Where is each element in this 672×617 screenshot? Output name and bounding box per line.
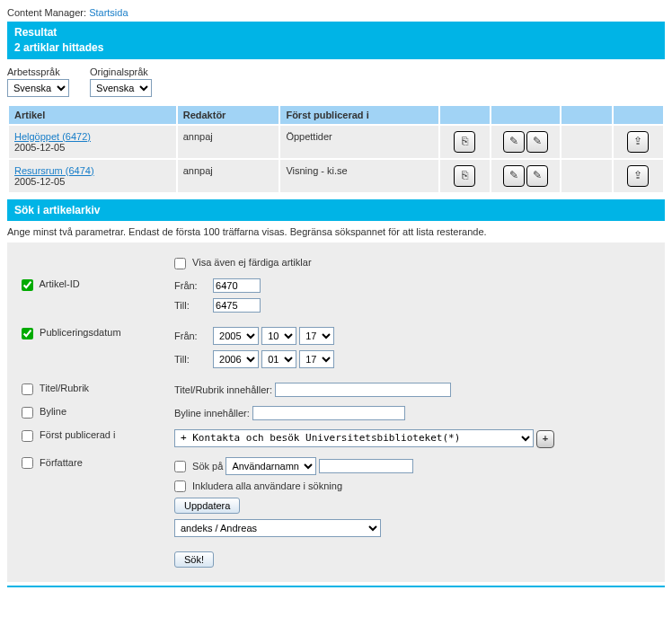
pubdate-to-year[interactable]: 2006: [213, 350, 259, 368]
to-label: Till:: [174, 354, 210, 365]
firstpub-checkbox[interactable]: [22, 430, 33, 442]
published-cell: Öppettider: [279, 125, 438, 159]
th-actions4: [613, 105, 664, 125]
search-header: Sök i artikelarkiv: [7, 199, 665, 222]
pubdate-from-year[interactable]: 2005: [213, 327, 259, 345]
pubdate-label: Publiceringsdatum: [40, 327, 121, 338]
pubdate-to-month[interactable]: 01: [261, 350, 296, 368]
byline-checkbox[interactable]: [22, 407, 33, 419]
pubdate-from-day[interactable]: 17: [299, 327, 334, 345]
export-icon[interactable]: ⇪: [627, 165, 649, 187]
copy-icon[interactable]: ⎘: [454, 131, 475, 153]
update-button[interactable]: Uppdatera: [174, 498, 240, 514]
search-form: Visa även ej färdiga artiklar Artikel-ID…: [7, 242, 665, 582]
edit2-icon[interactable]: ✎: [526, 165, 548, 187]
published-cell: Visning - ki.se: [279, 159, 438, 193]
th-actions1: [439, 105, 491, 125]
th-editor: Redaktör: [177, 105, 280, 125]
article-id-checkbox[interactable]: [22, 279, 33, 291]
work-lang-label: Arbetsspråk: [7, 66, 69, 77]
result-title: Resultat: [14, 25, 658, 40]
article-link[interactable]: Resursrum (6474): [14, 165, 94, 176]
pubdate-to-day[interactable]: 17: [299, 350, 334, 368]
pubdate-from-month[interactable]: 10: [261, 327, 296, 345]
title-input[interactable]: [275, 383, 451, 397]
article-link[interactable]: Helgöppet (6472): [14, 131, 91, 142]
instructions: Ange minst två parametrar. Endast de för…: [7, 221, 665, 242]
from-label: Från:: [174, 331, 210, 341]
to-label: Till:: [174, 300, 210, 311]
th-actions3: [561, 105, 612, 125]
result-subtitle: 2 artiklar hittades: [14, 40, 658, 56]
byline-label: Byline innehåller:: [174, 408, 250, 419]
orig-lang-label: Originalspråk: [90, 66, 152, 77]
article-id-from-input[interactable]: [213, 278, 261, 293]
th-published: Först publicerad i: [279, 105, 438, 125]
orig-lang-select[interactable]: Svenska: [90, 79, 152, 97]
breadcrumb-prefix: Content Manager:: [7, 7, 86, 18]
breadcrumb-link[interactable]: Startsida: [89, 7, 128, 18]
includeall-checkbox[interactable]: [174, 480, 186, 492]
th-article: Artikel: [8, 105, 177, 125]
searchon-input[interactable]: [319, 459, 413, 473]
searchon-checkbox[interactable]: [174, 461, 186, 472]
author-chk-label: Författare: [40, 457, 83, 468]
byline-input[interactable]: [252, 406, 405, 420]
export-icon[interactable]: ⇪: [627, 131, 649, 153]
show-unfinished-checkbox[interactable]: [174, 258, 186, 269]
article-id-label: Artikel-ID: [39, 278, 79, 289]
searchon-label: Sök på: [192, 461, 223, 472]
user-select[interactable]: andeks / Andreas: [174, 519, 381, 537]
article-date: 2005-12-05: [14, 176, 65, 187]
table-row: Helgöppet (6472) 2005-12-05 annpaj Öppet…: [8, 125, 664, 159]
firstpub-select[interactable]: + Kontakta och besök Universitetsbibliot…: [174, 429, 534, 447]
edit-icon[interactable]: ✎: [503, 131, 525, 153]
language-row: Arbetsspråk Svenska Originalspråk Svensk…: [7, 66, 665, 97]
plus-icon[interactable]: +: [536, 430, 554, 448]
includeall-label: Inkludera alla användare i sökning: [192, 480, 342, 491]
editor-cell: annpaj: [177, 125, 280, 159]
edit2-icon[interactable]: ✎: [526, 131, 548, 153]
results-table: Artikel Redaktör Först publicerad i Helg…: [7, 104, 665, 194]
th-actions2: [491, 105, 561, 125]
title-label: Titel/Rubrik innehåller:: [174, 384, 272, 395]
author-checkbox[interactable]: [22, 457, 33, 469]
pubdate-checkbox[interactable]: [22, 328, 33, 339]
title-checkbox[interactable]: [22, 383, 33, 395]
bottom-divider: [7, 586, 665, 587]
table-row: Resursrum (6474) 2005-12-05 annpaj Visni…: [8, 159, 664, 193]
editor-cell: annpaj: [177, 159, 280, 193]
from-label: Från:: [174, 280, 210, 291]
show-unfinished-label: Visa även ej färdiga artiklar: [192, 257, 311, 268]
table-header-row: Artikel Redaktör Först publicerad i: [8, 105, 664, 125]
article-date: 2005-12-05: [14, 142, 65, 153]
breadcrumb: Content Manager: Startsida: [7, 7, 665, 18]
title-chk-label: Titel/Rubrik: [40, 383, 89, 393]
copy-icon[interactable]: ⎘: [454, 165, 475, 187]
searchon-select[interactable]: Användarnamn: [225, 457, 316, 475]
work-lang-select[interactable]: Svenska: [7, 79, 69, 97]
edit-icon[interactable]: ✎: [503, 165, 525, 187]
search-button[interactable]: Sök!: [174, 551, 214, 568]
article-id-to-input[interactable]: [213, 298, 261, 313]
byline-chk-label: Byline: [40, 406, 66, 417]
firstpub-chk-label: Först publicerad i: [40, 429, 115, 440]
result-header: Resultat 2 artiklar hittades: [7, 22, 665, 59]
